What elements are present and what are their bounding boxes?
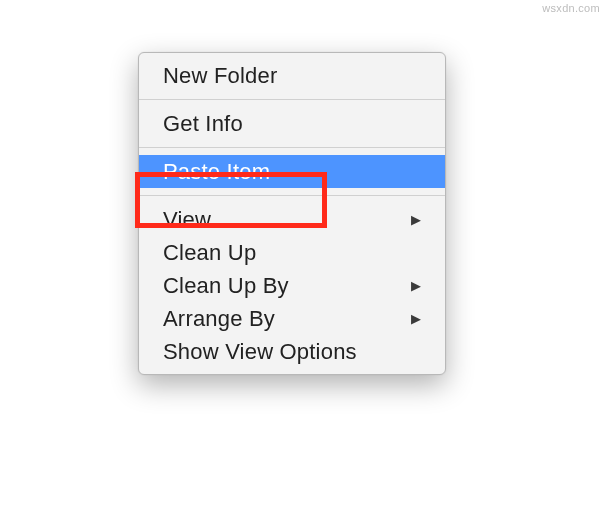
menu-label: Get Info	[163, 107, 243, 140]
menu-separator	[139, 147, 445, 148]
watermark-text: wsxdn.com	[542, 2, 600, 14]
menu-item-paste-item[interactable]: Paste Item	[139, 155, 445, 188]
submenu-arrow-icon: ▶	[411, 269, 421, 302]
menu-label: Clean Up By	[163, 269, 289, 302]
menu-item-arrange-by[interactable]: Arrange By ▶	[139, 302, 445, 335]
menu-label: Clean Up	[163, 236, 256, 269]
menu-separator	[139, 99, 445, 100]
menu-separator	[139, 195, 445, 196]
menu-label: Arrange By	[163, 302, 275, 335]
menu-label: Show View Options	[163, 335, 357, 368]
submenu-arrow-icon: ▶	[411, 203, 421, 236]
menu-item-clean-up[interactable]: Clean Up	[139, 236, 445, 269]
submenu-arrow-icon: ▶	[411, 302, 421, 335]
menu-item-new-folder[interactable]: New Folder	[139, 59, 445, 92]
menu-item-get-info[interactable]: Get Info	[139, 107, 445, 140]
menu-label: Paste Item	[163, 155, 270, 188]
menu-item-view[interactable]: View ▶	[139, 203, 445, 236]
menu-label: New Folder	[163, 59, 277, 92]
menu-label: View	[163, 203, 211, 236]
menu-item-clean-up-by[interactable]: Clean Up By ▶	[139, 269, 445, 302]
context-menu: New Folder Get Info Paste Item View ▶ Cl…	[138, 52, 446, 375]
menu-item-show-view-options[interactable]: Show View Options	[139, 335, 445, 368]
